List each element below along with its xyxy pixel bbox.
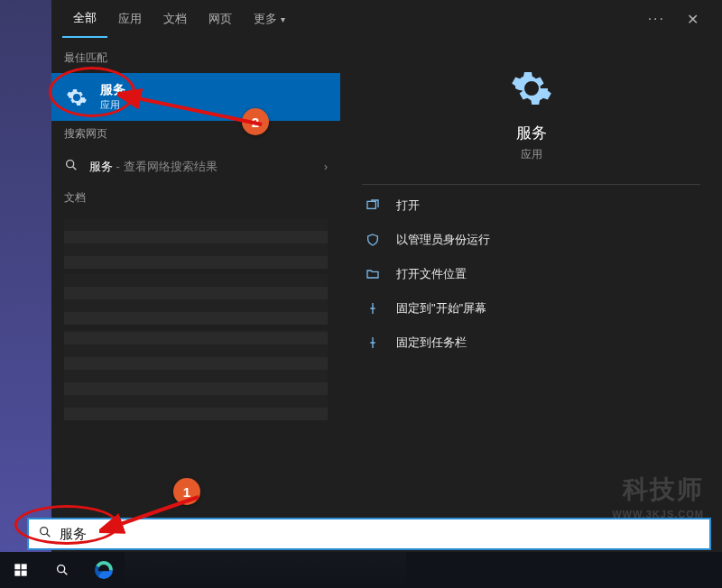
svg-line-10 [64,572,68,575]
more-options-button[interactable]: ··· [639,11,674,27]
action-label: 打开 [396,198,420,214]
start-search-panel: 全部 应用 文档 网页 更多 ▾ ··· ✕ 最佳匹配 服务 应用 搜索网页 [51,0,722,552]
svg-line-4 [47,534,51,537]
taskbar-item[interactable] [312,552,359,588]
action-label: 以管理员身份运行 [396,232,490,248]
taskbar-item[interactable] [265,552,312,588]
results-column: 最佳匹配 服务 应用 搜索网页 服务 - 查看网络搜索结果 › [51,38,340,552]
chevron-right-icon: › [324,161,328,173]
pin-icon [366,301,384,316]
section-search-web: 搜索网页 [51,121,340,149]
best-match-title: 服务 [100,82,125,98]
action-open[interactable]: 打开 [340,188,722,223]
search-filter-tabs: 全部 应用 文档 网页 更多 ▾ ··· ✕ [51,0,722,38]
start-button[interactable] [0,552,42,588]
tab-documents[interactable]: 文档 [153,0,198,38]
best-match-item[interactable]: 服务 应用 [51,73,340,121]
tab-all[interactable]: 全部 [62,0,107,38]
edge-icon [95,561,113,579]
redacted-result [64,330,328,420]
preview-title: 服务 [516,123,547,143]
web-search-text: 服务 - 查看网络搜索结果 [89,159,324,175]
desktop-left-strip [0,0,51,552]
search-icon [38,525,52,543]
action-label: 固定到任务栏 [396,335,467,351]
open-icon [366,198,384,213]
tab-more[interactable]: 更多 ▾ [243,0,296,38]
action-label: 打开文件位置 [396,266,467,282]
action-pin-to-start[interactable]: 固定到"开始"屏幕 [340,291,722,326]
search-input[interactable] [60,527,700,542]
gear-icon [510,67,553,110]
close-button[interactable]: ✕ [674,11,711,28]
taskbar-search-box[interactable] [27,518,711,550]
taskbar-search-button[interactable] [42,552,83,588]
section-documents: 文档 [51,185,340,213]
redacted-result [64,218,328,269]
svg-rect-2 [367,201,375,208]
pin-icon [366,335,384,350]
taskbar-item[interactable] [359,552,406,588]
action-run-as-admin[interactable]: 以管理员身份运行 [340,223,722,257]
action-pin-to-taskbar[interactable]: 固定到任务栏 [340,326,722,360]
svg-rect-7 [14,571,20,576]
section-best-match: 最佳匹配 [51,45,340,73]
search-icon [64,158,80,176]
tab-web[interactable]: 网页 [198,0,243,38]
taskbar-item[interactable] [218,552,265,588]
divider [362,184,700,185]
best-match-subtitle: 应用 [100,98,125,112]
tab-apps[interactable]: 应用 [107,0,153,38]
svg-rect-6 [22,564,27,569]
svg-point-3 [41,528,48,535]
web-search-item[interactable]: 服务 - 查看网络搜索结果 › [51,149,340,185]
svg-rect-8 [22,571,27,576]
action-open-file-location[interactable]: 打开文件位置 [340,257,722,291]
svg-line-1 [73,167,77,170]
action-label: 固定到"开始"屏幕 [396,300,486,317]
taskbar-item[interactable] [125,552,171,588]
folder-icon [366,267,384,281]
taskbar-item[interactable] [171,552,218,588]
watermark: 科技师 WWW.3KJS.COM [612,473,704,519]
chevron-down-icon: ▾ [281,14,285,24]
svg-point-0 [67,161,74,168]
gear-icon [64,85,89,110]
svg-rect-5 [14,564,20,569]
tab-more-label: 更多 [254,11,277,27]
taskbar-edge-button[interactable] [83,552,125,588]
preview-subtitle: 应用 [521,147,542,162]
shield-icon [366,233,384,247]
svg-point-9 [58,565,65,573]
redacted-result [64,274,328,325]
taskbar [0,552,722,588]
